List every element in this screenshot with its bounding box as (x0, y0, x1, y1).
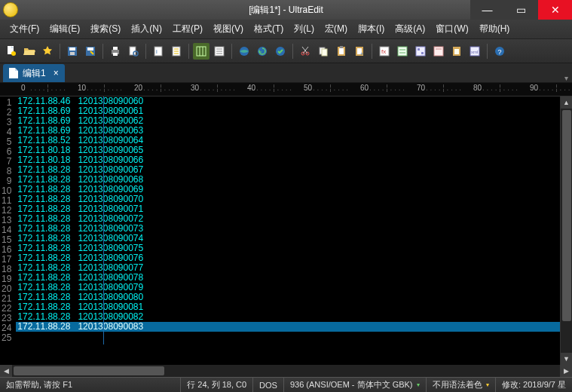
code-content[interactable]: 172.11.88.46 1201308090060172.11.88.69 1… (16, 96, 560, 345)
svg-text:i: i (156, 48, 158, 55)
status-syntax[interactable]: 不用语法着色 ▾ (427, 378, 496, 392)
window-controls: — ▭ ✕ (470, 0, 572, 20)
ruler-mark: 70 (417, 84, 425, 92)
document-tab[interactable]: 编辑1 × (3, 64, 65, 82)
paste-append-icon[interactable]: + (351, 43, 368, 60)
doc-info-icon[interactable]: i (150, 43, 167, 60)
menu-item-11[interactable]: 窗口(W) (430, 20, 473, 38)
line-mode-icon[interactable] (211, 43, 228, 60)
svg-text:fx: fx (381, 48, 386, 55)
svg-rect-33 (339, 48, 344, 54)
clipboard-history-icon[interactable] (448, 43, 465, 60)
help-icon[interactable]: ? (491, 43, 508, 60)
svg-rect-3 (69, 47, 75, 51)
save-icon[interactable] (64, 43, 81, 60)
svg-rect-6 (87, 47, 93, 51)
status-bar: 如需帮助, 请按 F1 行 24, 列 18, C0 DOS 936 (ANSI… (0, 377, 572, 392)
status-position: 行 24, 列 18, C0 (181, 378, 253, 392)
status-encoding2[interactable]: 936 (ANSI/OEM - 简体中文 GBK) ▾ (284, 378, 427, 392)
line-number-gutter: 1234567891011121314151617181920212223242… (0, 96, 16, 345)
window-title: [编辑1*] - UltraEdit (249, 4, 323, 17)
svg-text:xml: xml (471, 50, 478, 54)
editor-area: 1234567891011121314151617181920212223242… (0, 96, 572, 365)
status-modified: 修改: 2018/9/7 星 (496, 378, 572, 392)
vertical-scrollbar[interactable]: ▲ ▼ (560, 96, 572, 365)
cut-icon[interactable] (297, 43, 314, 60)
xml-manager-icon[interactable]: xml (466, 43, 483, 60)
tag-list-icon[interactable] (394, 43, 411, 60)
menu-item-8[interactable]: 宏(M) (320, 20, 353, 38)
code-line[interactable]: 172.11.88.28 1201308090083 (16, 322, 560, 332)
menu-item-5[interactable]: 视图(V) (208, 20, 249, 38)
ruler-mark: 50 (304, 84, 312, 92)
menu-item-4[interactable]: 工程(P) (167, 20, 208, 38)
status-encoding1[interactable]: DOS (253, 378, 284, 392)
menu-item-2[interactable]: 搜索(S) (85, 20, 126, 38)
tab-label: 编辑1 (23, 67, 46, 80)
scroll-down-icon[interactable]: ▼ (561, 353, 572, 365)
tab-close-icon[interactable]: × (54, 68, 59, 78)
status-help: 如需帮助, 请按 F1 (0, 378, 181, 392)
menu-item-3[interactable]: 插入(N) (126, 20, 167, 38)
reload-icon[interactable] (254, 43, 271, 60)
menu-item-9[interactable]: 脚本(I) (353, 20, 390, 38)
svg-rect-9 (113, 53, 118, 56)
open-file-icon[interactable] (21, 43, 38, 60)
dropdown-icon[interactable]: ▾ (415, 381, 420, 388)
scroll-right-icon[interactable]: ▶ (560, 365, 572, 377)
column-guide (103, 96, 104, 345)
svg-rect-40 (398, 47, 407, 56)
outline-icon[interactable] (412, 43, 429, 60)
print-preview-icon[interactable] (125, 43, 142, 60)
scroll-up-icon[interactable]: ▲ (561, 96, 572, 109)
document-icon (9, 68, 18, 78)
window-titlebar: [编辑1*] - UltraEdit — ▭ ✕ (0, 0, 572, 20)
save-as-icon[interactable] (82, 43, 99, 60)
scroll-thumb-h[interactable] (14, 366, 164, 375)
horizontal-scrollbar[interactable]: ◀ ▶ (0, 365, 572, 377)
svg-text:?: ? (498, 48, 502, 56)
check-icon[interactable] (272, 43, 289, 60)
ruler-mark: 60 (360, 84, 369, 92)
menu-item-7[interactable]: 列(L) (289, 20, 320, 38)
ruler-mark: 20 (134, 84, 142, 92)
menu-item-6[interactable]: 格式(T) (249, 20, 289, 38)
menu-item-0[interactable]: 文件(F) (5, 20, 44, 38)
maximize-button[interactable]: ▭ (504, 0, 538, 20)
dropdown-icon[interactable]: ▾ (485, 381, 489, 388)
editor-scroll[interactable]: 1234567891011121314151617181920212223242… (0, 96, 560, 365)
close-button[interactable]: ✕ (538, 0, 572, 20)
svg-rect-45 (421, 52, 424, 54)
ruler-mark: 30 (191, 84, 199, 92)
template-icon[interactable] (430, 43, 447, 60)
svg-rect-49 (454, 49, 459, 54)
code-line[interactable] (16, 332, 560, 341)
svg-rect-43 (416, 47, 425, 56)
horizontal-ruler: 0. . . . ¦ . . . .10. . . . ¦ . . . .20.… (0, 83, 572, 96)
minimize-button[interactable]: — (470, 0, 504, 20)
print-icon[interactable] (107, 43, 124, 60)
svg-rect-18 (197, 47, 206, 56)
column-mode-icon[interactable] (193, 43, 210, 60)
function-list-icon[interactable]: fx (376, 43, 393, 60)
paste-icon[interactable] (333, 43, 350, 60)
app-icon (3, 2, 18, 17)
tab-dropdown-icon[interactable]: ▾ (560, 74, 572, 82)
scroll-thumb[interactable] (562, 110, 571, 321)
ruler-mark: 80 (473, 84, 482, 92)
favorite-icon[interactable] (39, 43, 56, 60)
svg-rect-44 (418, 48, 420, 51)
scroll-left-icon[interactable]: ◀ (0, 365, 12, 377)
copy-icon[interactable] (315, 43, 332, 60)
menu-item-12[interactable]: 帮助(H) (474, 20, 515, 38)
menu-item-10[interactable]: 高级(A) (390, 20, 430, 38)
web-icon[interactable] (236, 43, 252, 60)
menu-bar: 文件(F)编辑(E)搜索(S)插入(N)工程(P)视图(V)格式(T)列(L)宏… (0, 20, 572, 39)
doc-list-icon[interactable] (168, 43, 185, 60)
line-number: 25 (2, 333, 11, 343)
svg-rect-31 (322, 49, 327, 56)
tab-bar: 编辑1 × ▾ (0, 63, 572, 83)
menu-item-1[interactable]: 编辑(E) (44, 20, 85, 38)
svg-rect-4 (70, 52, 75, 55)
new-file-icon[interactable] (3, 43, 20, 60)
